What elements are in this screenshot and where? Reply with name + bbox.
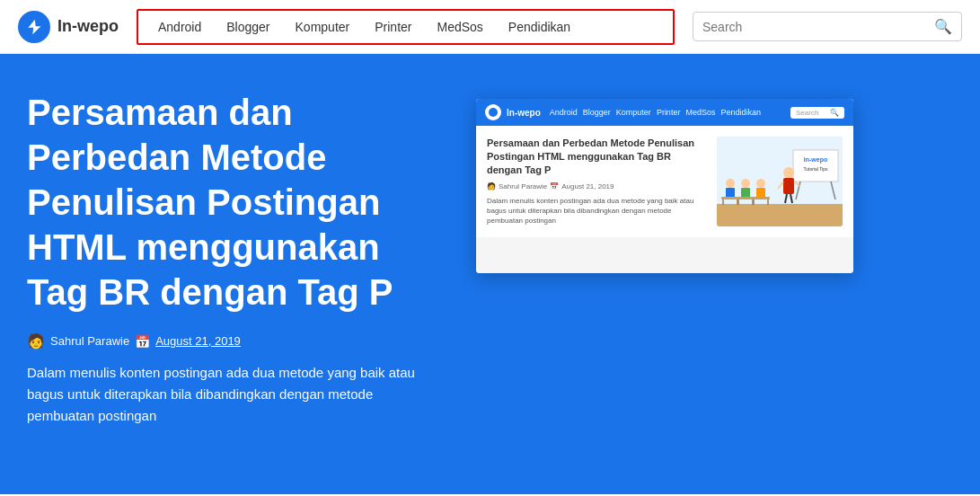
preview-nav-pendidikan: Pendidikan <box>720 108 761 117</box>
preview-thumbnail: in-wepo Tutorial Tips <box>717 137 843 226</box>
preview-cal-icon: 📅 <box>550 182 559 190</box>
svg-rect-21 <box>752 197 770 199</box>
logo-link[interactable]: In-wepo <box>18 11 119 43</box>
preview-search-icon: 🔍 <box>830 109 839 117</box>
preview-body: Persamaan dan Perbedan Metode Penulisan … <box>476 126 853 237</box>
preview-nav-printer: Printer <box>657 108 681 117</box>
svg-point-13 <box>726 179 735 188</box>
preview-nav: Android Blogger Komputer Printer MedSos … <box>550 108 761 117</box>
svg-rect-1 <box>717 204 843 226</box>
preview-nav-blogger: Blogger <box>583 108 611 117</box>
logo-text: In-wepo <box>57 17 119 36</box>
preview-search-box: Search 🔍 <box>790 107 844 119</box>
preview-header: In-wepo Android Blogger Komputer Printer… <box>476 99 853 126</box>
hero-section: Persamaan dan Perbedan Metode Penulisan … <box>0 54 980 494</box>
preview-bottom <box>476 237 853 273</box>
site-header: In-wepo Android Blogger Komputer Printer… <box>0 0 980 54</box>
preview-nav-android: Android <box>550 108 578 117</box>
calendar-icon: 📅 <box>135 334 150 349</box>
preview-card: In-wepo Android Blogger Komputer Printer… <box>476 99 853 273</box>
svg-text:in-wepo: in-wepo <box>804 156 827 164</box>
svg-point-17 <box>756 179 765 188</box>
preview-meta: 🧑 Sahrul Parawie 📅 August 21, 2019 <box>487 182 706 190</box>
main-nav: Android Blogger Komputer Printer MedSos … <box>137 9 675 45</box>
nav-item-android[interactable]: Android <box>146 14 214 40</box>
preview-title: Persamaan dan Perbedan Metode Penulisan … <box>487 137 706 177</box>
svg-text:Tutorial Tips: Tutorial Tips <box>803 166 828 172</box>
preview-search-placeholder: Search <box>796 109 818 117</box>
hero-title: Persamaan dan Perbedan Metode Penulisan … <box>27 90 440 314</box>
search-input[interactable] <box>702 20 934 34</box>
nav-item-medsos[interactable]: MedSos <box>424 14 495 40</box>
preview-nav-medsos: MedSos <box>685 108 715 117</box>
author-avatar-icon: 🧑 <box>27 332 45 350</box>
preview-nav-komputer: Komputer <box>616 108 651 117</box>
preview-author-icon: 🧑 <box>487 182 496 190</box>
preview-logo-icon <box>485 104 501 120</box>
bolt-icon <box>25 18 43 36</box>
svg-point-15 <box>741 179 750 188</box>
preview-image-col: in-wepo Tutorial Tips <box>717 137 843 226</box>
preview-excerpt: Dalam menulis konten postingan ada dua m… <box>487 196 706 226</box>
nav-item-blogger[interactable]: Blogger <box>214 14 282 40</box>
nav-item-komputer[interactable]: Komputer <box>283 14 363 40</box>
hero-author: Sahrul Parawie <box>50 334 129 348</box>
search-box[interactable]: 🔍 <box>693 12 962 41</box>
nav-item-printer[interactable]: Printer <box>362 14 424 40</box>
svg-rect-8 <box>783 178 794 194</box>
hero-date: August 21, 2019 <box>155 334 241 348</box>
preview-author: Sahrul Parawie <box>499 182 547 190</box>
svg-point-7 <box>783 167 794 178</box>
logo-icon <box>18 11 50 43</box>
preview-site-name: In-wepo <box>507 108 541 118</box>
hero-meta: 🧑 Sahrul Parawie 📅 August 21, 2019 <box>27 332 440 350</box>
preview-text-col: Persamaan dan Perbedan Metode Penulisan … <box>487 137 706 226</box>
preview-date: August 21, 2019 <box>561 182 614 190</box>
hero-content: Persamaan dan Perbedan Metode Penulisan … <box>27 90 440 427</box>
search-icon: 🔍 <box>934 18 952 35</box>
classroom-illustration: in-wepo Tutorial Tips <box>717 137 843 226</box>
hero-excerpt: Dalam menulis konten postingan ada dua m… <box>27 362 440 427</box>
nav-item-pendidikan[interactable]: Pendidikan <box>496 14 583 40</box>
